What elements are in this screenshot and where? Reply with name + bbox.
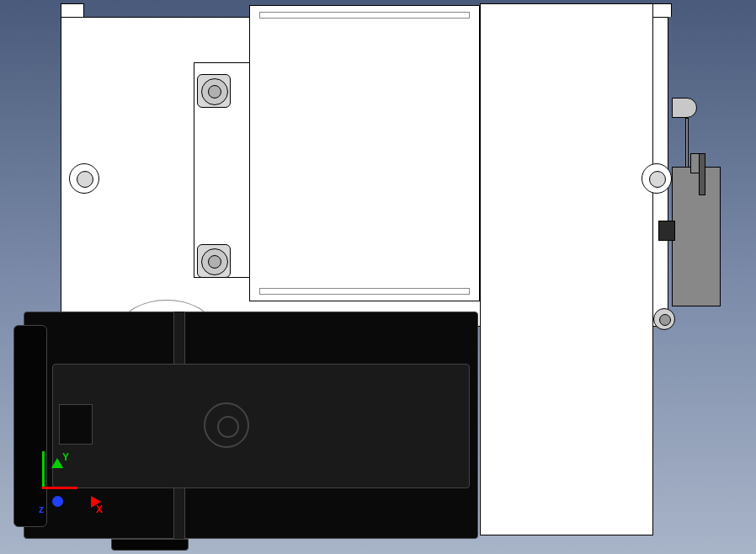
side-gray-bracket [672,167,721,306]
center-panel-top-edge [259,12,470,19]
motor-shaft-bore [204,402,249,448]
motor-cable-exit [111,539,189,551]
cad-viewport[interactable]: Y X z [0,0,756,554]
motor-body [52,364,470,488]
lower-right-bolt [653,308,675,330]
mounting-bolt-left [69,163,99,194]
connector-port [672,98,697,118]
right-side-panel [480,3,653,535]
sensor-block [658,221,675,241]
center-cover-panel [249,5,480,301]
connector-wire [685,118,689,168]
standoff-boss-upper [197,74,231,108]
center-panel-bottom-edge [259,288,470,295]
standoff-boss-lower [197,244,231,278]
motor-connector [59,404,93,445]
motor-end-cap [13,325,47,527]
mounting-bolt-right [642,163,672,194]
housing-top-tab-left [61,3,84,17]
side-bracket-slot [699,153,705,195]
